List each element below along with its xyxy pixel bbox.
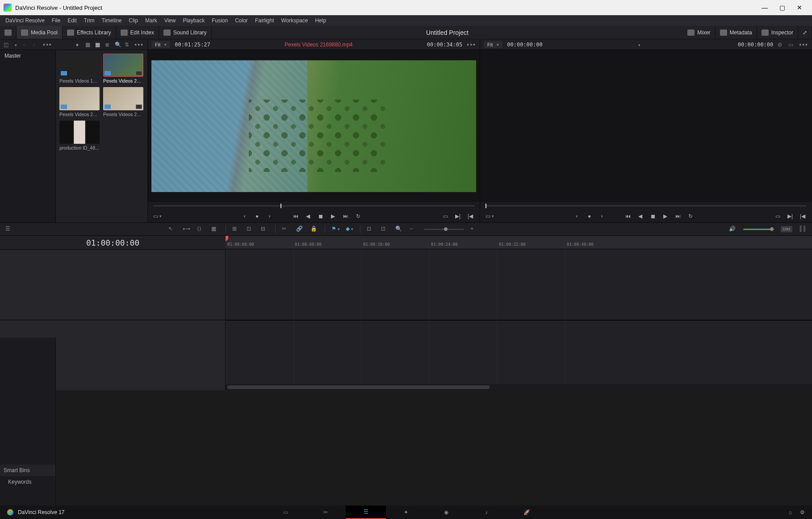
loop-icon[interactable]: ↻	[686, 212, 695, 220]
loop-icon[interactable]: ↻	[354, 212, 362, 220]
dynamic-trim-icon[interactable]: ⟨⟩	[197, 226, 205, 233]
clip-thumbnail[interactable]: Pexels Videos 218...	[103, 87, 143, 117]
clip-thumbnail[interactable]: Pexels Videos 153...	[59, 54, 100, 84]
stop-icon[interactable]: ◼	[317, 212, 325, 220]
menu-timeline[interactable]: Timeline	[98, 17, 125, 24]
viewer-mode-dropdown[interactable]: ▭	[153, 212, 161, 220]
menu-trim[interactable]: Trim	[80, 17, 98, 24]
link-icon[interactable]: 🔗	[296, 226, 304, 233]
sidebar-toggle-icon[interactable]: ◫	[4, 42, 10, 48]
page-color[interactable]: ◉	[426, 506, 466, 519]
smart-bin-keywords[interactable]: Keywords	[0, 476, 55, 488]
custom-zoom-icon[interactable]: 🔍	[395, 226, 403, 233]
expand-button[interactable]: ⤢	[798, 26, 812, 39]
timeline-scrub-bar[interactable]	[480, 202, 812, 210]
menu-clip[interactable]: Clip	[125, 17, 142, 24]
timeline-timecode-left[interactable]: 00:00:00:00	[507, 42, 542, 48]
menu-davinci-resolve[interactable]: DaVinci Resolve	[2, 17, 48, 24]
lock-icon[interactable]: 🔒	[310, 226, 318, 233]
timeline-scrollbar[interactable]	[226, 384, 812, 390]
media-pool-button[interactable]: Media Pool	[17, 26, 63, 39]
jog-prev-icon[interactable]: ‹	[241, 212, 249, 220]
goto-out-icon[interactable]: |◀	[799, 212, 807, 220]
clip-thumbnail[interactable]: production ID_48...	[59, 121, 100, 151]
fullscreen-viewer-button[interactable]	[0, 26, 17, 39]
viewer-mode-dropdown[interactable]: ▭	[486, 212, 494, 220]
goto-in-icon[interactable]: ▶|	[786, 212, 794, 220]
play-reverse-icon[interactable]: ◀	[304, 212, 312, 220]
menu-fairlight[interactable]: Fairlight	[251, 17, 278, 24]
nav-forward-icon[interactable]: ›	[33, 42, 39, 48]
goto-first-icon[interactable]: ⏮	[624, 212, 632, 220]
close-button[interactable]: ✕	[797, 4, 802, 11]
smart-bins-header[interactable]: Smart Bins	[0, 465, 55, 476]
page-media[interactable]: ▭	[265, 506, 306, 519]
play-icon[interactable]: ▶	[329, 212, 337, 220]
replace-clip-icon[interactable]: ⊟	[261, 226, 269, 233]
goto-last-icon[interactable]: ⏭	[674, 212, 682, 220]
source-viewer-options[interactable]: •••	[467, 41, 476, 48]
jog-dot-icon[interactable]: ●	[253, 212, 261, 220]
nav-back-icon[interactable]: ‹	[23, 42, 29, 48]
timeline-select-dropdown[interactable]	[637, 42, 643, 48]
menu-edit[interactable]: Edit	[64, 17, 80, 24]
view-list-icon[interactable]: ≣	[105, 42, 111, 48]
source-zoom-select[interactable]: Fit	[151, 41, 170, 48]
search-icon[interactable]: 🔍	[115, 42, 121, 48]
menu-mark[interactable]: Mark	[142, 17, 161, 24]
timeline-viewer-frame[interactable]	[480, 50, 812, 202]
jog-next-icon[interactable]: ›	[266, 212, 274, 220]
effects-library-button[interactable]: Effects Library	[63, 26, 116, 39]
menu-color[interactable]: Color	[231, 17, 251, 24]
view-thumbnail-icon[interactable]: ▦	[95, 42, 101, 48]
goto-in-icon[interactable]: ▶|	[454, 212, 462, 220]
metadata-button[interactable]: Metadata	[716, 26, 757, 39]
play-reverse-icon[interactable]: ◀	[636, 212, 645, 220]
detail-zoom-icon[interactable]: ⊡	[381, 226, 389, 233]
menu-file[interactable]: File	[48, 17, 64, 24]
timeline-ruler[interactable]: 01:00:00:00 01:00:08:00 01:00:16:00 01:0…	[226, 236, 812, 249]
match-frame-icon[interactable]: ▭	[441, 212, 449, 220]
zoom-slider[interactable]	[424, 229, 464, 230]
timeline-view-options-icon[interactable]: ☰	[5, 226, 13, 233]
timeline-timecode[interactable]: 01:00:00:00	[86, 238, 139, 247]
goto-last-icon[interactable]: ⏭	[342, 212, 350, 220]
source-scrub-bar[interactable]	[148, 202, 480, 210]
playhead-icon[interactable]	[226, 236, 228, 241]
meters-icon[interactable]: ║║	[799, 226, 807, 233]
insert-clip-icon[interactable]: ⊞	[232, 226, 240, 233]
razor-icon[interactable]: ✂	[282, 226, 290, 233]
zoom-to-fit-icon[interactable]: ⊡	[367, 226, 375, 233]
jog-prev-icon[interactable]: ‹	[573, 212, 581, 220]
trim-tool-icon[interactable]: ⟷	[183, 226, 191, 233]
match-frame-icon[interactable]: ▭	[788, 42, 795, 48]
goto-out-icon[interactable]: |◀	[466, 212, 474, 220]
page-cut[interactable]: ✂	[306, 506, 346, 519]
sidebar-dropdown[interactable]	[13, 42, 20, 48]
maximize-button[interactable]: ▢	[779, 4, 785, 11]
project-settings-button[interactable]: ⚙	[800, 509, 805, 515]
zoom-in-icon[interactable]: +	[470, 226, 478, 233]
mixer-button[interactable]: Mixer	[683, 26, 715, 39]
monitor-volume-slider[interactable]	[743, 229, 774, 230]
timeline-zoom-select[interactable]: Fit	[484, 41, 502, 48]
page-edit[interactable]: ☰	[346, 506, 386, 519]
dim-button[interactable]: DIM	[781, 226, 793, 232]
page-deliver[interactable]: 🚀	[506, 506, 547, 519]
stop-icon[interactable]: ◼	[649, 212, 657, 220]
jog-next-icon[interactable]: ›	[598, 212, 606, 220]
timeline-tracks-area[interactable]	[226, 249, 812, 384]
flag-dropdown[interactable]: ⚑	[331, 226, 339, 233]
play-icon[interactable]: ▶	[661, 212, 670, 220]
menu-workspace[interactable]: Workspace	[278, 17, 312, 24]
jog-dot-icon[interactable]: ●	[586, 212, 594, 220]
bypass-icon[interactable]: ⊘	[778, 42, 784, 48]
selection-tool-icon[interactable]: ↖	[168, 226, 176, 233]
overwrite-clip-icon[interactable]: ⊡	[247, 226, 255, 233]
sound-library-button[interactable]: Sound Library	[159, 26, 212, 39]
menu-view[interactable]: View	[161, 17, 180, 24]
media-pool-menu[interactable]: •••	[134, 41, 144, 48]
edit-index-button[interactable]: Edit Index	[116, 26, 159, 39]
menu-help[interactable]: Help	[311, 17, 330, 24]
zoom-out-icon[interactable]: −	[410, 226, 418, 233]
